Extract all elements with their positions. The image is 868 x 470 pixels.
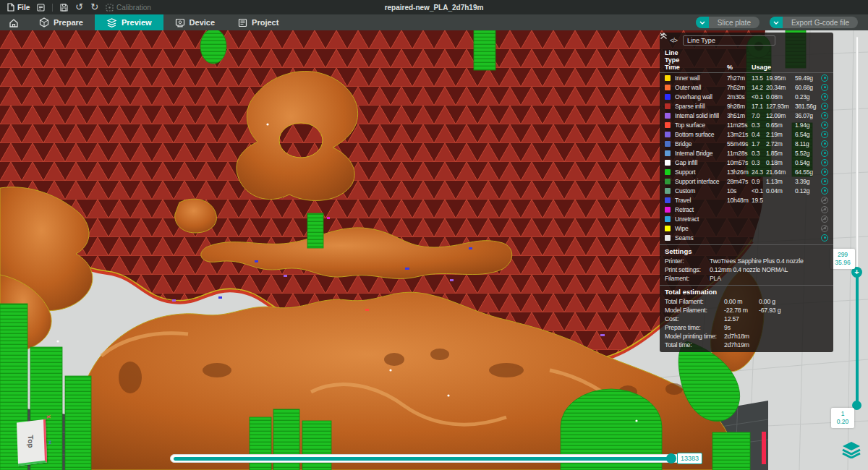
line-type-weight: 1.94g bbox=[795, 121, 821, 129]
notes-button[interactable] bbox=[37, 4, 45, 12]
color-swatch bbox=[665, 179, 671, 184]
redo-icon: ↻ bbox=[90, 4, 98, 11]
redo-button[interactable]: ↻ bbox=[90, 4, 98, 11]
visibility-eye-icon[interactable] bbox=[821, 131, 828, 138]
viewport-3d[interactable]: Top x z + 299 35.96 1 0.20 13383 bbox=[0, 30, 868, 470]
file-menu-button[interactable]: File bbox=[7, 3, 30, 12]
chevron-down-icon bbox=[660, 33, 665, 36]
total-row: Total Filament:0.00 m0.00 g bbox=[660, 297, 833, 306]
line-type-label: Unretract bbox=[672, 215, 727, 223]
line-type-length: 1.13m bbox=[766, 178, 795, 185]
visibility-eye-icon[interactable] bbox=[821, 74, 828, 82]
tab-device-label: Device bbox=[190, 18, 215, 27]
total-row: Model Filament:-22.78 m-67.93 g bbox=[660, 306, 833, 315]
save-button[interactable] bbox=[60, 4, 68, 12]
line-type-row: Sparse infill9h28m17.1127.93m381.56g bbox=[660, 101, 833, 111]
export-dropdown-chevron-icon[interactable] bbox=[770, 17, 783, 28]
line-type-weight: 0.23g bbox=[795, 93, 821, 101]
view-mode-select[interactable]: Line Type bbox=[683, 35, 775, 46]
orientation-cube[interactable]: Top x z bbox=[17, 419, 47, 466]
line-type-row: Inner wall7h27m13.519.95m59.49g bbox=[660, 73, 833, 82]
device-monitor-icon bbox=[175, 18, 185, 27]
slice-plate-button[interactable]: Slice plate bbox=[696, 17, 760, 28]
line-type-label: Support bbox=[672, 168, 727, 176]
total-value-2: -67.93 g bbox=[759, 307, 833, 314]
line-type-time: 10s bbox=[727, 187, 752, 195]
visibility-eye-icon[interactable] bbox=[821, 225, 828, 232]
settings-rows: Printer:TwoTrees Sapphire Plus 0.4 nozzl… bbox=[660, 257, 833, 283]
visibility-eye-icon[interactable] bbox=[821, 93, 828, 101]
file-menu-label: File bbox=[17, 4, 30, 12]
visibility-eye-icon[interactable] bbox=[821, 234, 828, 242]
tab-preview[interactable]: Preview bbox=[95, 14, 163, 30]
visibility-eye-icon[interactable] bbox=[821, 150, 828, 157]
line-type-weight: 5.52g bbox=[795, 150, 821, 157]
layer-bottom-tooltip: 1 0.20 bbox=[831, 408, 854, 428]
line-type-percent: 7.0 bbox=[752, 112, 766, 119]
tab-device[interactable]: Device bbox=[163, 14, 226, 30]
col-usage: Usage bbox=[752, 64, 766, 71]
line-type-time: 11m28s bbox=[727, 150, 752, 157]
visibility-eye-icon[interactable] bbox=[821, 168, 828, 176]
move-slider-fill bbox=[174, 457, 670, 461]
tab-prepare[interactable]: Prepare bbox=[27, 14, 95, 30]
slicer-window: File ↺ ↻ Calibration repaire bbox=[0, 0, 868, 470]
line-type-percent: 0.3 bbox=[752, 121, 766, 129]
undo-button[interactable]: ↺ bbox=[75, 4, 83, 11]
line-type-percent: 0.9 bbox=[752, 178, 766, 185]
tab-preview-label: Preview bbox=[122, 18, 152, 27]
visibility-eye-icon[interactable] bbox=[821, 187, 828, 195]
prepare-cube-icon bbox=[39, 17, 49, 27]
home-icon bbox=[9, 18, 19, 27]
line-type-row: Retract bbox=[660, 205, 833, 214]
line-type-length: 0.04m bbox=[766, 187, 795, 195]
line-type-length: 19.95m bbox=[766, 74, 795, 82]
line-type-length: 2.19m bbox=[766, 131, 795, 138]
line-type-row: Custom10s<0.10.04m0.12g bbox=[660, 186, 833, 195]
slice-dropdown-chevron-icon[interactable] bbox=[696, 17, 709, 28]
total-label: Model printing time: bbox=[665, 333, 724, 340]
slice-plate-label: Slice plate bbox=[709, 19, 760, 27]
line-type-time: 3h51m bbox=[727, 112, 752, 119]
file-icon bbox=[7, 3, 14, 12]
settings-row: Filament:PLA bbox=[660, 274, 833, 283]
visibility-eye-icon[interactable] bbox=[821, 206, 828, 213]
gcode-window-icon[interactable]: </> bbox=[670, 37, 677, 44]
total-value-1: 2d7h18m bbox=[724, 333, 759, 340]
line-type-percent: 0.3 bbox=[752, 150, 766, 157]
color-swatch bbox=[665, 141, 671, 147]
total-row: Cost:12.57 bbox=[660, 315, 833, 323]
export-gcode-button[interactable]: Export G-code file bbox=[770, 17, 858, 28]
col-time: Time bbox=[665, 64, 727, 71]
save-icon bbox=[60, 4, 68, 12]
visibility-eye-icon[interactable] bbox=[821, 140, 828, 148]
color-swatch bbox=[665, 122, 671, 128]
line-type-label: Inner wall bbox=[672, 74, 727, 82]
line-type-label: Bridge bbox=[672, 140, 727, 148]
tab-project[interactable]: Project bbox=[226, 14, 290, 30]
move-slider-handle[interactable] bbox=[666, 453, 676, 463]
home-button[interactable] bbox=[0, 14, 27, 30]
visibility-eye-icon[interactable] bbox=[821, 103, 828, 110]
line-type-row: Wipe bbox=[660, 223, 833, 233]
visibility-eye-icon[interactable] bbox=[821, 215, 828, 223]
export-gcode-label: Export G-code file bbox=[783, 19, 858, 27]
visibility-eye-icon[interactable] bbox=[821, 112, 828, 119]
line-type-percent: 13.5 bbox=[752, 74, 766, 82]
calibration-button[interactable]: Calibration bbox=[106, 4, 151, 12]
visibility-eye-icon[interactable] bbox=[821, 159, 828, 166]
line-type-time: 7h27m bbox=[727, 74, 752, 82]
line-type-row: Internal solid infill3h51m7.012.09m36.07… bbox=[660, 111, 833, 120]
line-type-table-header: Line Type Time % Usage bbox=[660, 48, 833, 73]
line-type-label: Bottom surface bbox=[672, 131, 727, 138]
visibility-eye-icon[interactable] bbox=[821, 197, 828, 204]
visibility-eye-icon[interactable] bbox=[821, 178, 828, 185]
total-value-1: 9s bbox=[724, 324, 759, 331]
color-swatch bbox=[665, 216, 671, 222]
total-label: Total time: bbox=[665, 341, 724, 349]
line-type-row: Bottom surface13m21s0.42.19m6.54g bbox=[660, 129, 833, 139]
layers-view-button[interactable] bbox=[842, 441, 864, 463]
visibility-eye-icon[interactable] bbox=[821, 84, 828, 91]
layer-slider-range[interactable] bbox=[856, 272, 859, 407]
visibility-eye-icon[interactable] bbox=[821, 121, 828, 129]
